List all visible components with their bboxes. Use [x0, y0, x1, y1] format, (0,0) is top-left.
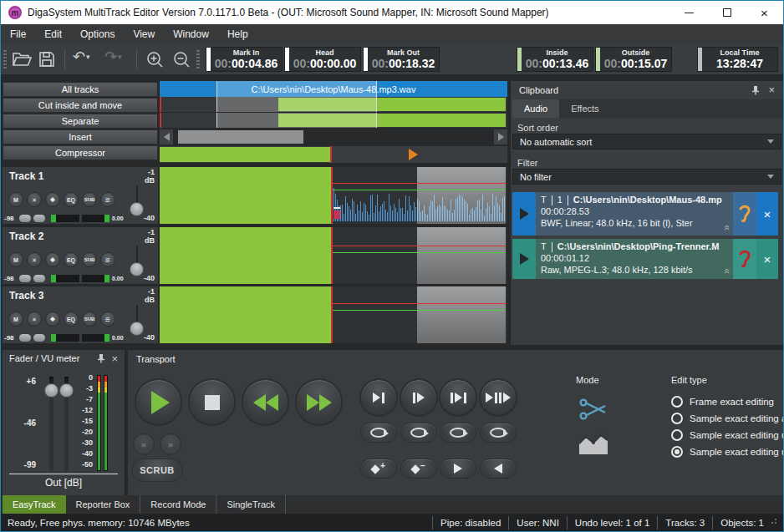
cut-scissors-button[interactable]: ×: [27, 312, 42, 327]
menu-view[interactable]: View: [124, 24, 164, 44]
prelisten-cell[interactable]: [733, 192, 756, 236]
clip-play-button[interactable]: [512, 192, 536, 236]
cut-inside-and-move-button[interactable]: Cut inside and move: [3, 98, 158, 113]
clip-play-button[interactable]: [512, 239, 536, 279]
undo-button[interactable]: ↶▾: [73, 49, 90, 64]
rewind-button[interactable]: [242, 378, 289, 426]
edit-handle[interactable]: [333, 210, 340, 219]
pin-icon[interactable]: [97, 353, 105, 363]
overview-view-window[interactable]: [216, 97, 377, 112]
clip-item-body[interactable]: T C:\Users\nin\Desktop\Ping-Trenner.M 00…: [536, 239, 733, 279]
sub-button[interactable]: SUB: [82, 312, 97, 327]
timeline-ruler[interactable]: [160, 146, 507, 163]
track-menu-button[interactable]: ≡: [100, 312, 115, 327]
scroll-left-button[interactable]: [160, 129, 173, 144]
track-menu-button[interactable]: ≡: [100, 252, 115, 267]
resize-grip[interactable]: [775, 519, 776, 520]
prelisten-cell[interactable]: [733, 239, 756, 279]
play-from-mark-button[interactable]: [400, 378, 438, 417]
tab-record-mode[interactable]: Record Mode: [140, 495, 216, 514]
loop-selection-button[interactable]: [440, 423, 476, 443]
selection-region[interactable]: [417, 286, 506, 343]
marker-remove-button[interactable]: −: [400, 459, 437, 479]
tab-reporter-box[interactable]: Reporter Box: [66, 495, 141, 514]
radio-frame-exact[interactable]: Frame exact editing: [671, 396, 774, 408]
pan-envelope-line[interactable]: [333, 252, 506, 253]
toolbar-grip[interactable]: [3, 50, 7, 68]
play-button[interactable]: [135, 378, 182, 426]
envelope-mode-icon[interactable]: [578, 432, 608, 459]
redo-button[interactable]: ↷▾: [104, 49, 122, 64]
pan-right-button[interactable]: [33, 275, 45, 282]
step-back-button[interactable]: «: [133, 433, 155, 455]
open-file-icon[interactable]: [12, 51, 32, 68]
fader-knob-left[interactable]: [44, 383, 59, 398]
play-around-button[interactable]: [479, 378, 517, 417]
menu-help[interactable]: Help: [218, 24, 257, 44]
track1-lane[interactable]: [160, 167, 507, 224]
pan-left-button[interactable]: [19, 334, 31, 342]
loop-out-button[interactable]: [400, 423, 437, 443]
track-menu-button[interactable]: ≡: [100, 192, 115, 207]
pan-right-button[interactable]: [33, 334, 45, 342]
play-to-mark-button[interactable]: [359, 378, 398, 417]
pan-left-button[interactable]: [19, 275, 31, 282]
loop-in-button[interactable]: [360, 423, 397, 443]
toolbar-grip[interactable]: [196, 50, 200, 68]
separate-button[interactable]: Separate: [3, 114, 158, 129]
pan-right-button[interactable]: [33, 215, 45, 222]
all-tracks-button[interactable]: All tracks: [3, 82, 158, 97]
scroll-right-button[interactable]: [494, 129, 507, 144]
pan-left-button[interactable]: [19, 215, 31, 222]
overview-track-row[interactable]: [160, 113, 507, 128]
marker-add-button[interactable]: +: [360, 459, 397, 479]
save-icon[interactable]: [38, 51, 55, 68]
marker-next-button[interactable]: [440, 459, 476, 479]
fader-knob-right[interactable]: [59, 383, 74, 398]
crossfade-button[interactable]: ◆: [45, 192, 60, 207]
cut-scissors-button[interactable]: ×: [27, 192, 42, 207]
track-fader-knob[interactable]: [130, 262, 144, 276]
close-button[interactable]: ×: [746, 1, 783, 24]
zoom-in-icon[interactable]: [146, 51, 165, 68]
fader-vu-close-icon[interactable]: ×: [111, 352, 118, 365]
insert-button[interactable]: Insert: [3, 129, 158, 144]
selection-region[interactable]: [417, 227, 506, 284]
clipboard-close-icon[interactable]: ×: [768, 84, 775, 96]
eq-button[interactable]: EQ: [64, 192, 79, 207]
radio-sample-exact-1[interactable]: Sample exact editing at: [671, 413, 784, 424]
clip-delete-button[interactable]: ×: [756, 239, 778, 279]
clipboard-item-1[interactable]: T 1 C:\Users\nin\Desktop\Maus-48.mp 00:0…: [512, 192, 778, 236]
track-fader-knob[interactable]: [130, 322, 144, 336]
radio-sample-exact-2[interactable]: Sample exact editing us: [671, 429, 784, 441]
eq-button[interactable]: EQ: [64, 252, 79, 267]
menu-window[interactable]: Window: [164, 24, 218, 44]
ruler-marker-icon[interactable]: [409, 149, 418, 160]
crossfade-button[interactable]: ◆: [45, 252, 60, 267]
stop-button[interactable]: [188, 378, 236, 426]
cut-scissors-button[interactable]: ×: [27, 252, 42, 267]
track-fader-knob[interactable]: [130, 202, 144, 216]
radio-sample-exact-3[interactable]: Sample exact editing us: [671, 446, 784, 458]
crossfade-button[interactable]: ◆: [45, 312, 60, 327]
scissors-mode-icon[interactable]: [579, 398, 608, 423]
menu-edit[interactable]: Edit: [35, 24, 71, 44]
volume-envelope-line[interactable]: [333, 303, 506, 304]
scrollbar-thumb[interactable]: [178, 130, 303, 144]
mute-button[interactable]: M: [8, 312, 23, 327]
loop-around-button[interactable]: [480, 423, 517, 443]
step-forward-button[interactable]: »: [160, 433, 181, 455]
clipboard-item-2[interactable]: T C:\Users\nin\Desktop\Ping-Trenner.M 00…: [512, 239, 778, 279]
maximize-button[interactable]: [708, 1, 746, 24]
overview-track-row[interactable]: [160, 97, 507, 112]
volume-envelope-line[interactable]: [333, 246, 506, 246]
overview-view-window[interactable]: [216, 81, 377, 97]
tab-effects[interactable]: Effects: [559, 99, 610, 118]
overview-view-window[interactable]: [216, 113, 377, 128]
track3-lane[interactable]: [160, 286, 507, 343]
fast-forward-button[interactable]: [295, 378, 343, 426]
clip-delete-button[interactable]: ×: [756, 192, 778, 236]
zoom-out-icon[interactable]: [173, 51, 191, 68]
audio-object-green[interactable]: [160, 227, 331, 284]
track2-lane[interactable]: [160, 227, 507, 284]
